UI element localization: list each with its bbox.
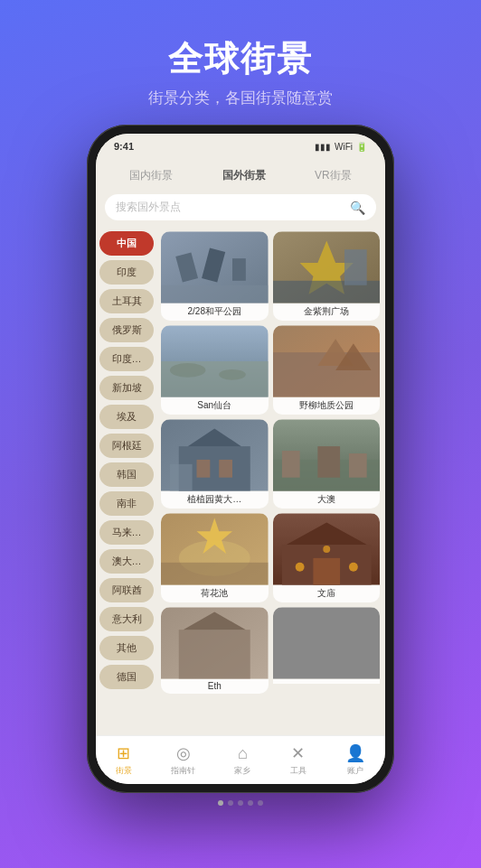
search-icon[interactable]: 🔍 <box>350 201 365 215</box>
dot-2 <box>228 800 233 806</box>
nav-icon-compass: ◎ <box>176 743 191 763</box>
svg-rect-31 <box>161 563 269 585</box>
nav-icon-tools: ✕ <box>291 743 305 763</box>
grid-cell-228park[interactable]: 2/28和平公园 <box>161 231 269 321</box>
svg-point-11 <box>170 363 206 378</box>
search-placeholder: 搜索国外景点 <box>116 200 350 215</box>
svg-rect-40 <box>179 630 250 678</box>
header-section: 全球街景 街景分类，各国街景随意赏 <box>148 0 333 108</box>
category-item-malaysia[interactable]: 马来… <box>99 520 154 545</box>
category-item-india2[interactable]: 印度… <box>99 347 154 371</box>
nav-icon-account: 👤 <box>345 743 365 763</box>
nav-item-account[interactable]: 👤 账户 <box>345 743 365 777</box>
tab-domestic[interactable]: 国内街景 <box>120 164 182 187</box>
status-bar: 9:41 ▮▮▮ WiFi 🔋 <box>96 134 385 159</box>
category-item-singapore[interactable]: 新加坡 <box>99 376 154 400</box>
category-item-italy[interactable]: 意大利 <box>99 607 154 631</box>
category-item-australia[interactable]: 澳大… <box>99 549 154 574</box>
nav-label-compass: 指南针 <box>171 765 195 777</box>
svg-rect-4 <box>161 285 269 303</box>
nav-icon-hometown: ⌂ <box>238 744 248 763</box>
status-time: 9:41 <box>114 141 134 152</box>
svg-point-37 <box>348 563 357 572</box>
grid-row-2: San仙台 野柳地质公园 <box>161 325 380 415</box>
search-bar[interactable]: 搜索国外景点 🔍 <box>105 194 376 220</box>
grid-row-1: 2/28和平公园 金紫荆广场 <box>161 231 380 321</box>
category-list: 中国 印度 土耳其 俄罗斯 印度… 新加坡 埃及 阿根廷 韩国 南非 马来… 澳… <box>96 228 157 735</box>
svg-rect-3 <box>232 258 246 281</box>
dots-bar <box>218 793 263 809</box>
status-icons: ▮▮▮ WiFi 🔋 <box>315 142 367 152</box>
nav-icon-scenes: ⊞ <box>117 743 130 763</box>
grid-area: 2/28和平公园 金紫荆广场 <box>157 228 385 735</box>
dot-3 <box>238 800 243 806</box>
svg-rect-26 <box>317 446 340 478</box>
grid-cell-hehuachi[interactable]: 荷花池 <box>161 513 269 602</box>
tab-vr[interactable]: VR街景 <box>306 164 361 187</box>
grid-cell-jinzijing[interactable]: 金紫荆广场 <box>273 231 381 321</box>
tab-bar: 国内街景 国外街景 VR街景 <box>96 159 385 191</box>
grid-cell-228park-label: 2/28和平公园 <box>161 303 269 321</box>
svg-rect-35 <box>313 558 340 585</box>
dot-4 <box>248 800 253 806</box>
phone-frame: 9:41 ▮▮▮ WiFi 🔋 国内街景 国外街景 VR街景 搜索国外景点 🔍 … <box>87 125 394 793</box>
category-item-uae[interactable]: 阿联酋 <box>99 578 154 602</box>
category-item-southafrica[interactable]: 南非 <box>99 491 154 516</box>
grid-cell-zhijiyuan-label: 植植园黄大… <box>161 491 269 509</box>
grid-cell-eth[interactable]: Eth <box>161 607 269 694</box>
svg-rect-21 <box>219 460 232 478</box>
svg-rect-25 <box>281 451 299 478</box>
grid-cell-jinzijing-label: 金紫荆广场 <box>273 303 381 321</box>
battery-icon: 🔋 <box>356 142 367 152</box>
category-item-egypt[interactable]: 埃及 <box>99 405 154 429</box>
bottom-nav: ⊞ 街景 ◎ 指南针 ⌂ 家乡 ✕ 工具 👤 账户 <box>96 735 385 784</box>
header-title: 全球街景 <box>148 36 333 82</box>
nav-label-account: 账户 <box>347 765 363 777</box>
category-item-russia[interactable]: 俄罗斯 <box>99 318 154 342</box>
grid-cell-placeholder[interactable] <box>273 607 381 694</box>
category-item-korea[interactable]: 韩国 <box>99 462 154 487</box>
svg-rect-27 <box>348 453 366 478</box>
grid-cell-sandai-label: San仙台 <box>161 397 269 415</box>
content-area: 中国 印度 土耳其 俄罗斯 印度… 新加坡 埃及 阿根廷 韩国 南非 马来… 澳… <box>96 228 385 735</box>
nav-label-hometown: 家乡 <box>234 765 250 777</box>
svg-point-38 <box>323 546 330 553</box>
grid-cell-yeliu[interactable]: 野柳地质公园 <box>273 325 381 415</box>
grid-cell-wenmiao[interactable]: 文庙 <box>273 513 381 602</box>
grid-cell-zhijiyuan[interactable]: 植植园黄大… <box>161 419 269 509</box>
tab-foreign[interactable]: 国外街景 <box>213 164 275 187</box>
grid-row-5: Eth <box>161 607 380 694</box>
svg-rect-20 <box>197 460 211 478</box>
category-item-india[interactable]: 印度 <box>99 260 154 285</box>
grid-cell-daao-label: 大澳 <box>273 491 381 509</box>
svg-point-12 <box>219 369 246 380</box>
grid-cell-eth-label: Eth <box>161 679 269 694</box>
nav-label-scenes: 街景 <box>116 765 132 777</box>
grid-cell-daao[interactable]: 大澳 <box>273 419 381 509</box>
dot-5 <box>258 800 263 806</box>
grid-cell-wenmiao-label: 文庙 <box>273 585 381 602</box>
category-item-germany[interactable]: 德国 <box>99 665 154 689</box>
category-item-turkey[interactable]: 土耳其 <box>99 289 154 313</box>
signal-icon: ▮▮▮ <box>315 142 331 152</box>
header-subtitle: 街景分类，各国街景随意赏 <box>148 88 333 108</box>
grid-row-4: 荷花池 文庙 <box>161 513 380 602</box>
grid-row-3: 植植园黄大… 大澳 <box>161 419 380 509</box>
grid-cell-yeliu-label: 野柳地质公园 <box>273 397 381 415</box>
category-item-china[interactable]: 中国 <box>99 231 154 256</box>
category-item-other[interactable]: 其他 <box>99 636 154 660</box>
wifi-icon: WiFi <box>335 142 353 152</box>
nav-item-compass[interactable]: ◎ 指南针 <box>171 743 195 777</box>
category-item-argentina[interactable]: 阿根廷 <box>99 434 154 458</box>
nav-label-tools: 工具 <box>290 765 307 777</box>
dot-1 <box>218 800 223 806</box>
nav-item-tools[interactable]: ✕ 工具 <box>290 743 307 777</box>
svg-rect-42 <box>273 608 381 679</box>
grid-cell-placeholder-label <box>273 679 381 684</box>
svg-point-36 <box>295 563 304 572</box>
grid-cell-sandai[interactable]: San仙台 <box>161 325 269 415</box>
nav-item-scenes[interactable]: ⊞ 街景 <box>116 743 132 777</box>
nav-item-hometown[interactable]: ⌂ 家乡 <box>234 744 250 777</box>
svg-rect-8 <box>344 249 367 285</box>
svg-rect-22 <box>170 464 193 491</box>
